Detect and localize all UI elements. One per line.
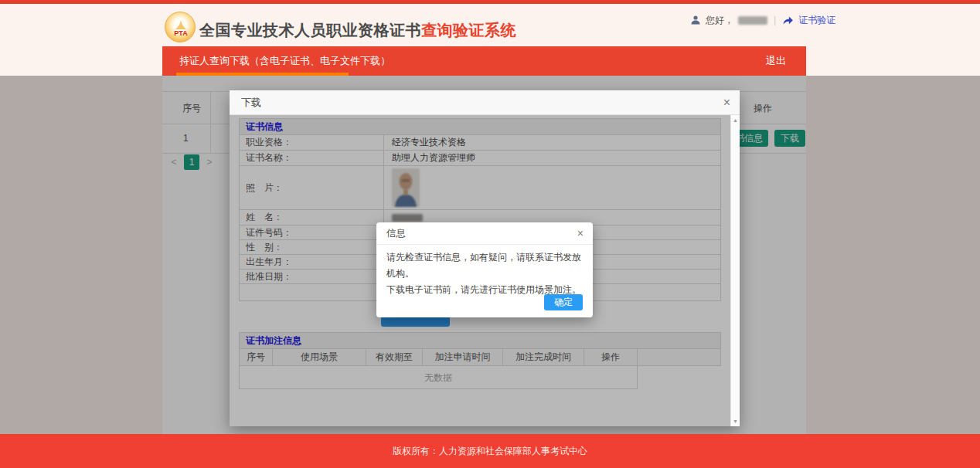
scroll-down-icon[interactable]: ▼ <box>731 419 740 424</box>
page-title-accent: 查询验证系统 <box>421 22 516 39</box>
info-modal-close-icon[interactable]: × <box>577 222 584 245</box>
user-greeting: 您好， <box>706 14 733 27</box>
scroll-up-icon[interactable]: ▲ <box>731 117 740 123</box>
main-nav: 持证人查询下载（含电子证书、电子文件下载） 退出 <box>162 46 806 76</box>
top-accent-bar <box>0 0 980 4</box>
user-bar: 您好， | 证书验证 <box>690 12 835 28</box>
app-window: PTA 全国专业技术人员职业资格证书查询验证系统 您好， | 证书验证 持证人查… <box>0 0 980 468</box>
info-modal-title: 信息 <box>386 222 406 245</box>
verify-certificate-link[interactable]: 证书验证 <box>798 14 835 27</box>
share-arrow-icon <box>782 15 794 25</box>
pta-logo-graphic: PTA <box>165 12 196 43</box>
footer-bar: 版权所有：人力资源和社会保障部人事考试中心 <box>0 434 980 468</box>
logout-button[interactable]: 退出 <box>766 46 786 76</box>
pta-logo-text: PTA <box>174 29 188 37</box>
person-icon <box>690 15 701 25</box>
info-modal: 信息 × 请先检查证书信息，如有疑问，请联系证书发放机构。 下载电子证书前，请先… <box>376 222 593 317</box>
download-modal-header: 下载 × <box>230 90 740 115</box>
download-modal-title: 下载 <box>241 90 261 115</box>
user-name-blurred <box>738 16 767 25</box>
info-modal-header: 信息 × <box>376 222 593 245</box>
modal-scrollbar[interactable]: ▲ ▼ <box>730 115 740 426</box>
page-title-main: 全国专业技术人员职业资格证书 <box>199 22 421 39</box>
info-message-line1: 请先检查证书信息，如有疑问，请联系证书发放机构。 <box>386 249 583 282</box>
info-modal-message: 请先检查证书信息，如有疑问，请联系证书发放机构。 下载电子证书前，请先进行证书使… <box>386 249 583 298</box>
tab-holder-download[interactable]: 持证人查询下载（含电子证书、电子文件下载） <box>179 46 390 76</box>
page-title: 全国专业技术人员职业资格证书查询验证系统 <box>199 20 516 41</box>
divider: | <box>774 15 776 25</box>
copyright-text: 版权所有：人力资源和社会保障部人事考试中心 <box>0 434 980 468</box>
ok-button[interactable]: 确定 <box>544 294 583 310</box>
download-modal-close-icon[interactable]: × <box>723 90 730 115</box>
pta-logo: PTA <box>165 12 196 42</box>
